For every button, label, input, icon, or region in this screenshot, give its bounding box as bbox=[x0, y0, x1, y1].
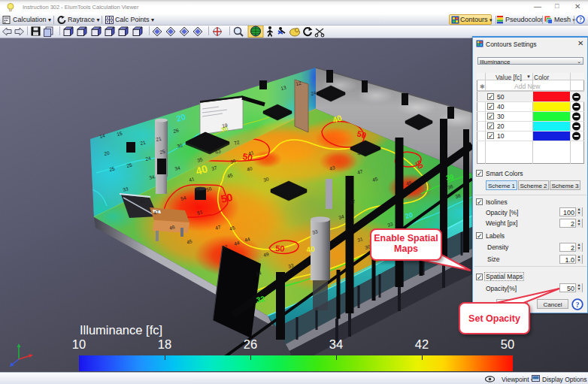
svg-text:?: ? bbox=[579, 17, 582, 23]
svg-text:40: 40 bbox=[306, 244, 316, 254]
svg-text:?: ? bbox=[576, 301, 580, 309]
svg-text:30: 30 bbox=[445, 173, 454, 182]
svg-text:50: 50 bbox=[275, 243, 285, 253]
